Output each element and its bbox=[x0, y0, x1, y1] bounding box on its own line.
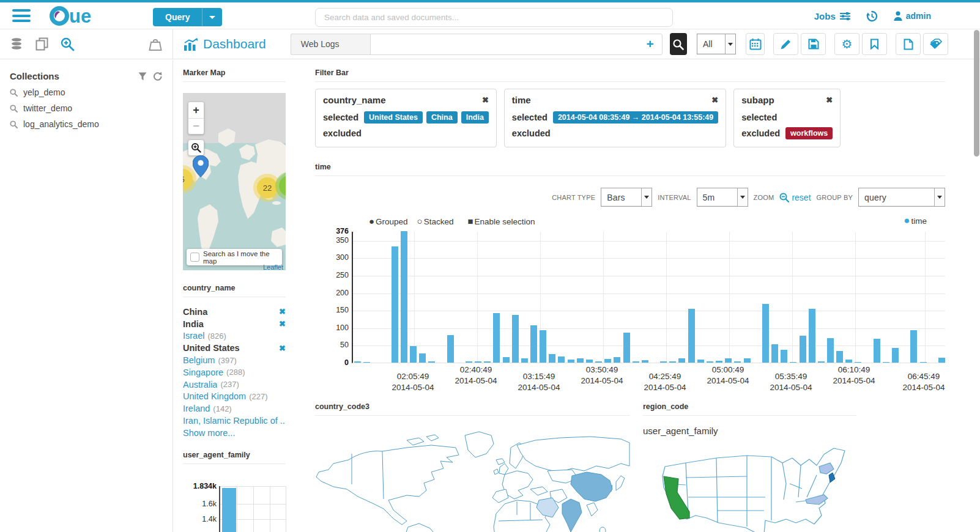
scrollbar-thumb[interactable] bbox=[974, 30, 979, 157]
mini-bar[interactable] bbox=[222, 488, 236, 532]
global-search-input[interactable] bbox=[315, 8, 673, 27]
filter-value-pill[interactable]: India bbox=[461, 111, 489, 124]
settings-button[interactable]: ⚙ bbox=[834, 33, 859, 55]
collections-sidebar: Collections yelp_demotwitter_demolog_ana… bbox=[0, 60, 173, 532]
facet-count: (397) bbox=[218, 356, 236, 365]
chart-bar bbox=[762, 304, 769, 363]
chart-vgridline bbox=[792, 232, 793, 363]
facet-link[interactable]: Singapore bbox=[183, 368, 223, 377]
legend-enable-selection[interactable]: ■Enable selection bbox=[467, 216, 535, 226]
history-icon[interactable] bbox=[866, 10, 878, 22]
collection-name-box[interactable]: Web Logs bbox=[291, 34, 370, 55]
menu-icon[interactable] bbox=[12, 9, 31, 23]
xtick-date: 2014-05-04 bbox=[707, 375, 749, 386]
remove-facet-icon[interactable]: ✖ bbox=[279, 307, 286, 316]
map-zoom-in-button[interactable]: + bbox=[188, 102, 204, 118]
filter-value-pill[interactable]: United States bbox=[364, 111, 423, 124]
hue-logo[interactable]: ue bbox=[49, 6, 110, 26]
marker-map-widget: Marker Map + − bbox=[183, 68, 286, 270]
filter-value-pill[interactable]: workflows bbox=[785, 127, 833, 139]
refresh-icon[interactable] bbox=[153, 72, 163, 81]
filter-value-pill[interactable]: China bbox=[426, 111, 458, 124]
legend-series-time[interactable]: ● time bbox=[904, 215, 945, 227]
xtick-date: 2014-05-04 bbox=[518, 382, 560, 393]
chart-type-select[interactable]: Bars bbox=[601, 188, 652, 207]
page-scrollbar[interactable] bbox=[974, 30, 979, 532]
dashboard-title[interactable]: Dashboard bbox=[184, 37, 266, 51]
add-fields-button[interactable]: + bbox=[638, 37, 661, 51]
choropleth-india[interactable] bbox=[562, 499, 582, 532]
jobs-link[interactable]: Jobs bbox=[814, 11, 850, 21]
collection-item[interactable]: yelp_demo bbox=[10, 87, 163, 97]
xtick-time: 05:35:49 bbox=[770, 371, 812, 382]
collection-item[interactable]: twitter_demo bbox=[10, 103, 163, 113]
map-magnify-button[interactable] bbox=[188, 139, 204, 156]
tags-button[interactable] bbox=[923, 33, 948, 55]
filter-value-pill[interactable]: 2014-05-04 08:35:49 → 2014-05-04 13:55:4… bbox=[553, 111, 718, 124]
chart-bar bbox=[354, 361, 361, 363]
user-icon bbox=[894, 11, 902, 21]
timespan-select[interactable]: All bbox=[697, 34, 736, 54]
bookmark-button[interactable] bbox=[862, 33, 887, 55]
filter-icon[interactable] bbox=[138, 72, 147, 81]
country-name-facet-list: China✖India✖Israel(826)United States✖Bel… bbox=[183, 306, 286, 439]
chart-xtick-label: 05:00:492014-05-04 bbox=[707, 364, 749, 386]
dashboard-query-input[interactable] bbox=[371, 34, 639, 54]
dashboard-title-label: Dashboard bbox=[203, 37, 266, 51]
xtick-time: 02:05:49 bbox=[392, 371, 434, 382]
legend-grouped[interactable]: ●Grouped bbox=[369, 216, 408, 226]
collection-item[interactable]: log_analytics_demo bbox=[10, 119, 163, 129]
chart-bar bbox=[938, 358, 945, 363]
leaflet-map[interactable]: + − 5 22 2 Search as I move th bbox=[183, 93, 286, 270]
remove-facet-icon[interactable]: ✖ bbox=[279, 319, 286, 328]
user-menu[interactable]: admin bbox=[894, 11, 931, 21]
close-icon[interactable]: ✖ bbox=[711, 95, 718, 105]
bag-icon[interactable] bbox=[148, 37, 163, 51]
facet-selected-label: China bbox=[183, 307, 207, 317]
chart-legend: ●Grouped ○Stacked ■Enable selection ● ti… bbox=[315, 215, 945, 227]
map-zoom-out-button[interactable]: − bbox=[188, 118, 204, 134]
edit-button[interactable] bbox=[773, 33, 798, 55]
database-icon[interactable] bbox=[10, 37, 23, 51]
facet-link[interactable]: Iran, Islamic Republic of ... bbox=[183, 416, 286, 426]
save-button[interactable] bbox=[801, 33, 826, 55]
interval-select[interactable]: 5m bbox=[697, 188, 748, 207]
group-by-select[interactable]: query bbox=[858, 188, 945, 207]
world-map[interactable] bbox=[315, 423, 630, 532]
choropleth-china[interactable] bbox=[571, 472, 612, 501]
time-chart-plot[interactable]: 376350300250200150100500 bbox=[352, 232, 945, 363]
map-search-checkbox[interactable] bbox=[190, 253, 199, 262]
us-map[interactable] bbox=[643, 441, 856, 532]
chart-bar bbox=[466, 361, 472, 363]
zoom-reset-link[interactable]: reset bbox=[779, 193, 811, 202]
chart-bar bbox=[707, 361, 713, 363]
calendar-button[interactable] bbox=[746, 33, 765, 55]
chart-bar bbox=[744, 358, 751, 363]
remove-facet-icon[interactable]: ✖ bbox=[279, 344, 286, 353]
chart-bar bbox=[920, 362, 927, 363]
facet-link[interactable]: Show more... bbox=[183, 428, 235, 438]
close-icon[interactable]: ✖ bbox=[482, 95, 489, 105]
query-dropdown-caret[interactable] bbox=[202, 8, 222, 26]
chart-bar bbox=[419, 353, 426, 363]
user-agent-mini-chart[interactable]: 1.834k1.6k1.4k bbox=[183, 486, 286, 532]
query-button[interactable]: Query bbox=[153, 8, 222, 26]
close-icon[interactable]: ✖ bbox=[826, 95, 833, 105]
legend-stacked[interactable]: ○Stacked bbox=[417, 216, 454, 226]
leaflet-attribution[interactable]: Leaflet bbox=[263, 264, 283, 270]
xtick-date: 2014-05-04 bbox=[833, 375, 875, 386]
dashboard-search-button[interactable] bbox=[670, 33, 687, 55]
facet-link[interactable]: Ireland bbox=[183, 404, 210, 413]
chart-controls: CHART TYPE Bars INTERVAL 5m ZOOM reset G… bbox=[315, 188, 945, 207]
zoom-in-icon[interactable] bbox=[61, 37, 75, 51]
copy-icon[interactable] bbox=[35, 37, 48, 51]
mini-ytick-label: 1.4k bbox=[183, 515, 217, 523]
chart-bar bbox=[558, 357, 565, 363]
facet-link[interactable]: Belgium bbox=[183, 355, 215, 365]
filter-card: country_name✖selectedUnited StatesChinaI… bbox=[315, 89, 497, 147]
new-document-button[interactable] bbox=[896, 33, 921, 55]
facet-link[interactable]: Israel bbox=[183, 331, 204, 341]
facet-link[interactable]: Australia bbox=[183, 380, 217, 390]
facet-link[interactable]: United Kingdom bbox=[183, 391, 246, 401]
chart-bar bbox=[781, 350, 787, 363]
